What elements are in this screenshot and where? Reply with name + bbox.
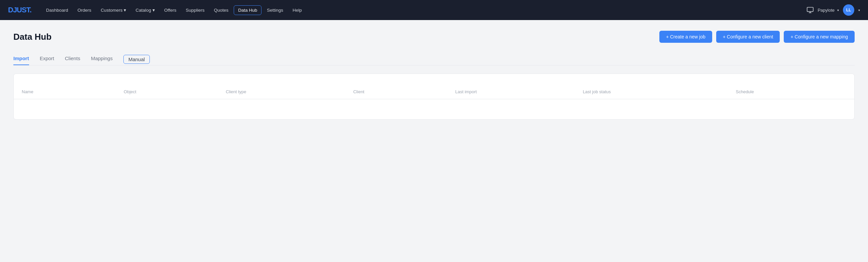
nav-settings[interactable]: Settings — [263, 6, 287, 15]
tab-export[interactable]: Export — [40, 56, 54, 65]
col-last-import: Last import — [456, 89, 583, 94]
tabs-row: Import Export Clients Mappings Manual — [13, 55, 855, 65]
table-header: Name Object Client type Client Last impo… — [14, 85, 854, 99]
nav-catalog[interactable]: Catalog ▾ — [131, 5, 159, 15]
tab-mappings[interactable]: Mappings — [91, 56, 113, 65]
svg-rect-0 — [807, 7, 813, 12]
user-avatar[interactable]: LL — [843, 4, 854, 16]
col-object: Object — [124, 89, 226, 94]
nav-customers[interactable]: Customers ▾ — [97, 5, 130, 15]
configure-mapping-button[interactable]: + Configure a new mapping — [784, 31, 855, 43]
logo[interactable]: DJUST. — [8, 6, 31, 14]
table-top-spacer — [14, 74, 854, 85]
col-schedule: Schedule — [736, 89, 846, 94]
nav-offers[interactable]: Offers — [160, 6, 181, 15]
col-client-type: Client type — [226, 89, 353, 94]
configure-client-button[interactable]: + Configure a new client — [716, 31, 780, 43]
nav-suppliers[interactable]: Suppliers — [182, 6, 208, 15]
nav-quotes[interactable]: Quotes — [210, 6, 233, 15]
nav-right: Papylote ▾ LL ▾ — [805, 4, 860, 16]
data-table: Name Object Client type Client Last impo… — [13, 73, 855, 120]
chevron-down-icon: ▾ — [124, 7, 126, 13]
col-name: Name — [22, 89, 124, 94]
col-last-job-status: Last job status — [583, 89, 736, 94]
main-content: Data Hub + Create a new job + Configure … — [0, 20, 868, 130]
store-name: Papylote — [817, 8, 835, 13]
store-chevron-icon: ▾ — [837, 8, 839, 12]
chevron-down-icon: ▾ — [152, 7, 155, 13]
nav-links: Dashboard Orders Customers ▾ Catalog ▾ O… — [42, 5, 806, 15]
avatar-chevron-icon: ▾ — [858, 8, 860, 12]
store-selector[interactable]: Papylote ▾ — [805, 5, 839, 15]
nav-dashboard[interactable]: Dashboard — [42, 6, 72, 15]
nav-help[interactable]: Help — [288, 6, 306, 15]
header-row: Data Hub + Create a new job + Configure … — [13, 31, 855, 43]
create-job-button[interactable]: + Create a new job — [659, 31, 712, 43]
logo-text: DJUST — [8, 6, 30, 14]
tab-manual[interactable]: Manual — [123, 55, 150, 64]
page-title: Data Hub — [13, 32, 52, 42]
nav-data-hub[interactable]: Data Hub — [234, 5, 261, 15]
header-buttons: + Create a new job + Configure a new cli… — [659, 31, 855, 43]
nav-orders[interactable]: Orders — [73, 6, 95, 15]
logo-dot: . — [30, 6, 31, 14]
store-icon — [805, 5, 815, 15]
col-client: Client — [353, 89, 455, 94]
tab-import[interactable]: Import — [13, 56, 29, 65]
table-body — [14, 99, 854, 119]
tab-clients[interactable]: Clients — [65, 56, 80, 65]
navbar: DJUST. Dashboard Orders Customers ▾ Cata… — [0, 0, 868, 20]
